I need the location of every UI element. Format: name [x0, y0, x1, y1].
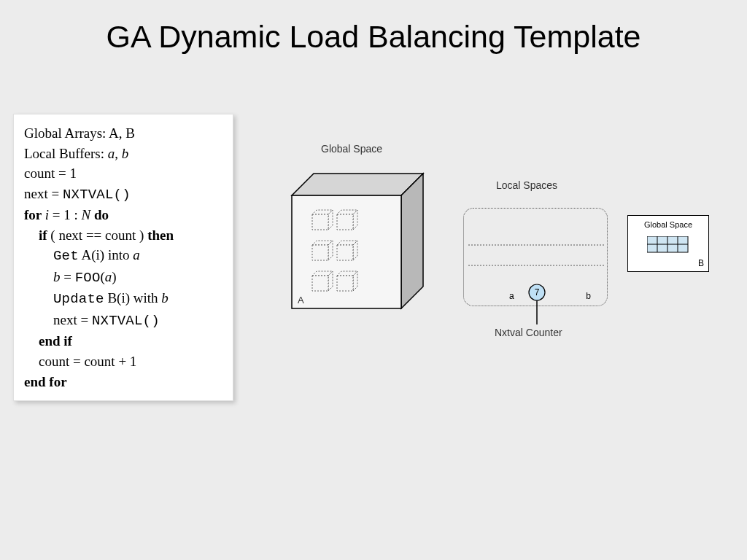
diagram-area: Global Space Local Spaces — [270, 139, 715, 379]
code-line-13: end for — [24, 372, 222, 392]
svg-rect-20 — [337, 276, 353, 291]
var: a — [105, 269, 112, 284]
nxtval-counter-label: Nxtval Counter — [495, 327, 562, 338]
code-line-5: for i = 1 : N do — [24, 205, 222, 225]
keyword: then — [147, 228, 174, 243]
svg-rect-11 — [312, 245, 328, 260]
code-line-11: end if — [24, 331, 222, 351]
svg-marker-0 — [292, 174, 423, 195]
code-line-1: Global Arrays: A, B — [24, 123, 222, 144]
global-space-b-title: Global Space — [628, 220, 708, 229]
buffer-b-label: b — [586, 291, 591, 301]
code-line-10: next = NXTVAL() — [24, 310, 222, 332]
keyword: if — [39, 228, 47, 243]
code-line-3: count = 1 — [24, 163, 222, 184]
global-space-b-box: Global Space B — [627, 215, 709, 272]
call: Update — [53, 291, 104, 307]
svg-rect-5 — [312, 214, 328, 230]
global-space-label: Global Space — [321, 143, 382, 155]
svg-rect-14 — [337, 245, 353, 260]
keyword: for — [24, 207, 45, 222]
text: A(i) into — [79, 247, 133, 262]
counter-value: 7 — [535, 287, 540, 298]
text: B(i) with — [104, 290, 162, 306]
var: b — [161, 290, 169, 306]
text: b — [122, 146, 129, 161]
mini-cubes — [310, 208, 405, 303]
var: N — [81, 207, 90, 222]
array-b-label: B — [698, 258, 704, 268]
array-a-label: A — [298, 295, 304, 306]
code-line-7: Get A(i) into a — [24, 245, 222, 267]
call: FOO — [75, 270, 101, 286]
svg-rect-8 — [337, 214, 353, 230]
code-line-2: Local Buffers: a, b — [24, 144, 222, 164]
call: NXTVAL() — [92, 313, 160, 329]
text: a — [108, 146, 115, 161]
code-line-12: count = count + 1 — [24, 351, 222, 372]
code-line-4: next = NXTVAL() — [24, 184, 222, 206]
text: Local Buffers: — [24, 146, 108, 161]
text: = 1 : — [49, 207, 82, 222]
code-box: Global Arrays: A, B Local Buffers: a, b … — [13, 114, 233, 401]
code-line-8: b = FOO(a) — [24, 267, 222, 289]
text: next = — [53, 312, 92, 327]
text: ) — [112, 269, 116, 284]
code-line-9: Update B(i) with b — [24, 288, 222, 310]
code-line-6: if ( next == count ) then — [24, 225, 222, 246]
slide-title: GA Dynamic Load Balancing Template — [0, 19, 747, 55]
svg-rect-17 — [312, 276, 328, 291]
text: next = — [24, 186, 63, 201]
var: a — [133, 247, 140, 262]
local-spaces-label: Local Spaces — [496, 179, 557, 191]
var: b — [53, 269, 61, 284]
text: , — [115, 146, 122, 161]
text: NXTVAL() — [63, 187, 131, 203]
keyword: do — [90, 207, 109, 222]
buffer-a-label: a — [509, 291, 514, 301]
array-b-icon — [647, 236, 691, 258]
text: = — [61, 269, 75, 284]
text: ( next == count ) — [47, 228, 148, 243]
call: Get — [53, 248, 79, 264]
